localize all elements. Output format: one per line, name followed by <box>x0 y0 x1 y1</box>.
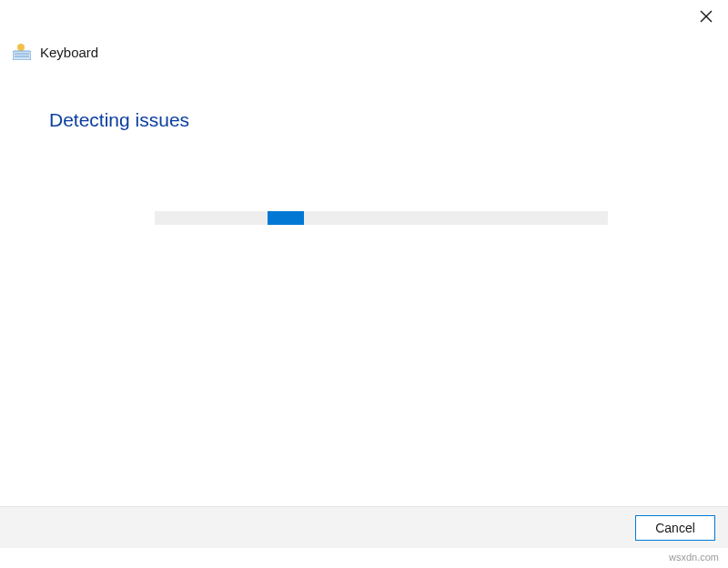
progress-indicator <box>268 211 304 225</box>
watermark-text: wsxdn.com <box>669 552 719 563</box>
troubleshooter-title: Keyboard <box>40 45 98 60</box>
progress-bar <box>155 211 608 225</box>
footer-bar: Cancel <box>0 506 728 548</box>
keyboard-icon <box>13 44 31 60</box>
header: Keyboard <box>13 44 98 60</box>
cancel-button[interactable]: Cancel <box>635 515 715 541</box>
page-heading: Detecting issues <box>49 109 189 131</box>
close-button[interactable] <box>697 9 715 27</box>
svg-point-2 <box>17 44 25 51</box>
close-icon <box>700 10 713 26</box>
svg-rect-3 <box>13 51 31 60</box>
